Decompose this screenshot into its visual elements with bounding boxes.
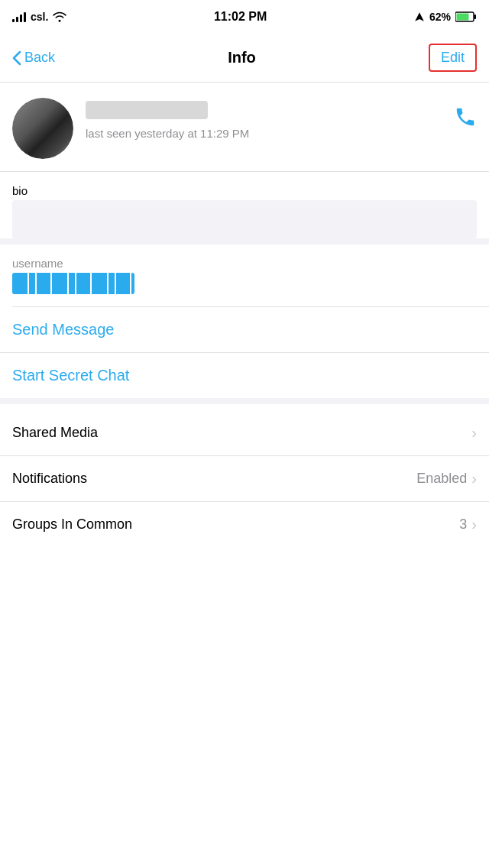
groups-in-common-chevron: › — [471, 516, 477, 533]
status-right: 62% — [414, 11, 477, 23]
shared-media-right: › — [467, 424, 477, 442]
bio-label: bio — [12, 184, 477, 197]
phone-icon — [454, 105, 477, 128]
send-message-button[interactable]: Send Message — [0, 307, 489, 353]
groups-in-common-right: 3 › — [459, 516, 477, 533]
signal-bars — [12, 11, 26, 22]
shared-media-chevron: › — [471, 424, 477, 442]
shared-media-label: Shared Media — [12, 425, 98, 441]
notifications-right: Enabled › — [416, 470, 477, 487]
notifications-value: Enabled — [416, 471, 467, 487]
carrier-label: csl. — [31, 11, 48, 23]
action-section: Send Message Start Secret Chat — [0, 307, 489, 398]
wifi-icon — [53, 11, 66, 22]
profile-info: last seen yesterday at 11:29 PM — [86, 98, 442, 140]
section-divider-1 — [0, 238, 489, 245]
settings-section: Shared Media › Notifications Enabled › G… — [0, 410, 489, 547]
groups-in-common-row[interactable]: Groups In Common 3 › — [0, 502, 489, 547]
edit-button[interactable]: Edit — [429, 44, 477, 72]
notifications-label: Notifications — [12, 471, 87, 487]
location-icon — [414, 11, 425, 22]
svg-rect-1 — [474, 15, 476, 19]
bio-content — [12, 200, 477, 238]
bio-section: bio — [0, 172, 489, 238]
username-value — [12, 273, 134, 294]
battery-percent: 62% — [429, 11, 451, 23]
groups-in-common-value: 3 — [459, 517, 467, 533]
back-button[interactable]: Back — [12, 50, 55, 66]
start-secret-chat-button[interactable]: Start Secret Chat — [0, 353, 489, 398]
svg-rect-2 — [456, 14, 468, 21]
avatar-image — [12, 98, 73, 159]
profile-section: last seen yesterday at 11:29 PM — [0, 83, 489, 172]
nav-bar: Back Info Edit — [0, 34, 489, 83]
section-divider-2 — [0, 398, 489, 404]
profile-status: last seen yesterday at 11:29 PM — [86, 127, 442, 140]
status-time: 11:02 PM — [214, 10, 267, 24]
signal-bar-2 — [16, 17, 18, 22]
back-label: Back — [24, 50, 55, 66]
signal-bar-4 — [24, 12, 26, 22]
back-chevron-icon — [12, 50, 21, 66]
username-section: username — [0, 245, 489, 294]
page-title: Info — [228, 49, 256, 66]
status-left: csl. — [12, 11, 66, 23]
battery-icon — [455, 11, 477, 22]
avatar — [12, 98, 73, 159]
notifications-chevron: › — [471, 470, 477, 487]
username-label: username — [12, 257, 477, 270]
shared-media-row[interactable]: Shared Media › — [0, 410, 489, 456]
profile-name — [86, 101, 208, 119]
status-bar: csl. 11:02 PM 62% — [0, 0, 489, 34]
groups-in-common-label: Groups In Common — [12, 517, 132, 533]
call-button[interactable] — [454, 98, 477, 134]
signal-bar-1 — [12, 19, 15, 22]
notifications-row[interactable]: Notifications Enabled › — [0, 456, 489, 502]
signal-bar-3 — [20, 15, 22, 22]
